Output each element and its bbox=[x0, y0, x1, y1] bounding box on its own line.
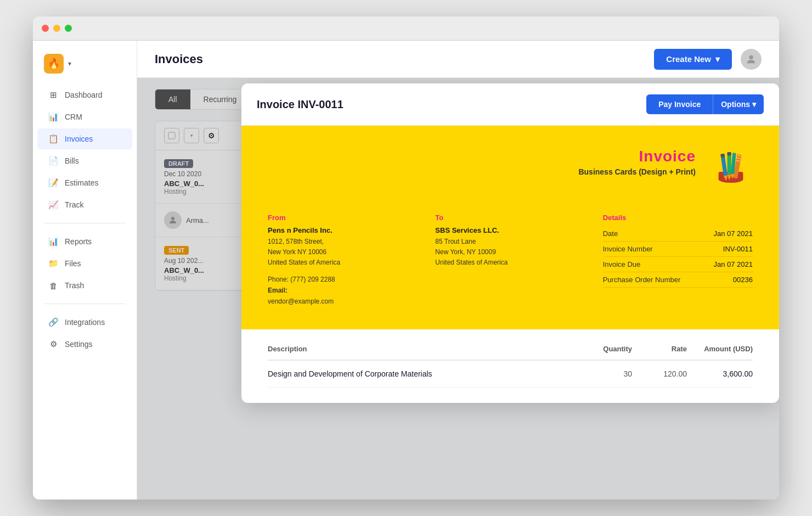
sidebar-item-trash[interactable]: 🗑 Trash bbox=[37, 275, 132, 296]
sidebar-item-label: Track bbox=[65, 200, 83, 209]
line-items-section: Description Quantity Rate Amount (USD) D… bbox=[241, 329, 779, 403]
sidebar-item-track[interactable]: 📈 Track bbox=[37, 194, 132, 215]
chevron-down-icon: ▾ bbox=[752, 100, 756, 109]
integrations-icon: 🔗 bbox=[48, 317, 58, 327]
sidebar-navigation: ⊞ Dashboard 📊 CRM 📋 Invoices 📄 Bills 📝 bbox=[33, 85, 137, 355]
sidebar-item-label: Bills bbox=[65, 156, 79, 165]
details-section: Details Date Jan 07 2021 Invoice Number bbox=[603, 214, 753, 307]
main-area: Invoices Create New ▾ All Recurring bbox=[137, 41, 779, 500]
create-new-button[interactable]: Create New ▾ bbox=[654, 49, 732, 70]
sidebar-item-label: Reports bbox=[65, 237, 92, 246]
sidebar-item-invoices[interactable]: 📋 Invoices bbox=[37, 128, 132, 149]
sidebar-item-label: Integrations bbox=[65, 318, 105, 327]
invoice-addresses: From Pens n Pencils Inc. 1012, 578th Str… bbox=[268, 214, 753, 307]
details-table: Date Jan 07 2021 Invoice Number INV-0011 bbox=[603, 226, 753, 288]
invoice-title-block: Invoice Business Cards (Design + Print) bbox=[268, 148, 696, 176]
estimates-icon: 📝 bbox=[48, 178, 58, 188]
col-description-header: Description bbox=[268, 345, 566, 353]
files-icon: 📁 bbox=[48, 259, 58, 268]
line-item-description: Design and Development of Corporate Mate… bbox=[268, 369, 566, 378]
from-company: Pens n Pencils Inc. bbox=[268, 226, 418, 234]
invoice-modal: Invoice INV-0011 Pay Invoice Options ▾ bbox=[241, 83, 779, 403]
svg-rect-14 bbox=[720, 154, 725, 158]
modal-header: Invoice INV-0011 Pay Invoice Options ▾ bbox=[241, 83, 779, 126]
from-contact: Phone: (777) 209 2288 Email: vendor@exam… bbox=[268, 274, 418, 307]
logo-chevron-icon: ▾ bbox=[68, 60, 71, 68]
sidebar-item-label: Estimates bbox=[65, 178, 98, 187]
detail-row-po-number: Purchase Order Number 00236 bbox=[603, 272, 753, 288]
main-header: Invoices Create New ▾ bbox=[137, 41, 779, 78]
modal-title: Invoice INV-0011 bbox=[257, 98, 343, 111]
detail-row-invoice-due: Invoice Due Jan 07 2021 bbox=[603, 257, 753, 272]
invoice-header-row: Invoice Business Cards (Design + Print) bbox=[268, 148, 753, 192]
reports-icon: 📊 bbox=[48, 237, 58, 246]
main-content: All Recurring ▾ ⚙ bbox=[137, 78, 779, 500]
traffic-lights bbox=[42, 25, 72, 32]
sidebar-item-label: Dashboard bbox=[65, 91, 103, 99]
app-window: 🔥 ▾ ⊞ Dashboard 📊 CRM 📋 Invoices 📄 bbox=[33, 16, 779, 500]
from-label: From bbox=[268, 214, 418, 222]
titlebar bbox=[33, 16, 779, 41]
sidebar-item-settings[interactable]: ⚙ Settings bbox=[37, 334, 132, 355]
trash-icon: 🗑 bbox=[48, 281, 58, 290]
page-title: Invoices bbox=[155, 52, 203, 66]
col-quantity-header: Quantity bbox=[566, 345, 632, 353]
sidebar-logo[interactable]: 🔥 ▾ bbox=[33, 49, 137, 85]
invoice-illustration bbox=[709, 148, 753, 192]
line-items-header: Description Quantity Rate Amount (USD) bbox=[268, 345, 753, 361]
sidebar-divider-2 bbox=[44, 304, 126, 304]
sidebar-item-label: CRM bbox=[65, 113, 82, 121]
to-section: To SBS Services LLC. 85 Trout Lane New Y… bbox=[435, 214, 585, 307]
from-section: From Pens n Pencils Inc. 1012, 578th Str… bbox=[268, 214, 418, 307]
line-item-quantity: 30 bbox=[566, 369, 632, 378]
sidebar-item-files[interactable]: 📁 Files bbox=[37, 253, 132, 274]
from-address: 1012, 578th Street, New York NY 10006 Un… bbox=[268, 237, 418, 268]
sidebar-item-bills[interactable]: 📄 Bills bbox=[37, 150, 132, 171]
dashboard-icon: ⊞ bbox=[48, 90, 58, 100]
pay-invoice-button[interactable]: Pay Invoice bbox=[646, 94, 713, 114]
sidebar-item-dashboard[interactable]: ⊞ Dashboard bbox=[37, 85, 132, 105]
details-label: Details bbox=[603, 214, 753, 222]
sidebar-item-reports[interactable]: 📊 Reports bbox=[37, 231, 132, 252]
sidebar-item-estimates[interactable]: 📝 Estimates bbox=[37, 172, 132, 193]
logo-icon: 🔥 bbox=[44, 54, 64, 74]
invoices-icon: 📋 bbox=[48, 134, 58, 144]
sidebar-item-label: Files bbox=[65, 259, 81, 268]
sidebar-item-label: Trash bbox=[65, 281, 84, 290]
user-avatar[interactable] bbox=[741, 49, 762, 70]
svg-rect-11 bbox=[728, 152, 731, 155]
close-button[interactable] bbox=[42, 25, 49, 32]
settings-icon: ⚙ bbox=[48, 339, 58, 349]
crm-icon: 📊 bbox=[48, 112, 58, 122]
invoice-word: Invoice bbox=[268, 148, 696, 165]
line-item-row: Design and Development of Corporate Mate… bbox=[268, 361, 753, 388]
maximize-button[interactable] bbox=[65, 25, 72, 32]
sidebar-item-label: Invoices bbox=[65, 134, 93, 143]
app-body: 🔥 ▾ ⊞ Dashboard 📊 CRM 📋 Invoices 📄 bbox=[33, 41, 779, 500]
detail-row-invoice-number: Invoice Number INV-0011 bbox=[603, 242, 753, 257]
minimize-button[interactable] bbox=[53, 25, 60, 32]
invoice-template: Invoice Business Cards (Design + Print) bbox=[241, 126, 779, 329]
line-item-rate: 120.00 bbox=[632, 369, 687, 378]
col-rate-header: Rate bbox=[632, 345, 687, 353]
line-item-amount: 3,600.00 bbox=[687, 369, 753, 378]
bills-icon: 📄 bbox=[48, 156, 58, 166]
detail-row-date: Date Jan 07 2021 bbox=[603, 226, 753, 242]
header-right: Create New ▾ bbox=[654, 49, 762, 70]
col-amount-header: Amount (USD) bbox=[687, 345, 753, 353]
svg-point-0 bbox=[749, 55, 753, 59]
sidebar-item-crm[interactable]: 📊 CRM bbox=[37, 106, 132, 127]
track-icon: 📈 bbox=[48, 200, 58, 210]
to-address: 85 Trout Lane New York, NY 10009 United … bbox=[435, 237, 585, 268]
sidebar-divider bbox=[44, 223, 126, 223]
modal-actions: Pay Invoice Options ▾ bbox=[646, 94, 764, 114]
sidebar: 🔥 ▾ ⊞ Dashboard 📊 CRM 📋 Invoices 📄 bbox=[33, 41, 137, 500]
sidebar-item-label: Settings bbox=[65, 340, 93, 349]
chevron-down-icon: ▾ bbox=[715, 54, 720, 64]
sidebar-item-integrations[interactable]: 🔗 Integrations bbox=[37, 312, 132, 333]
modal-overlay: Invoice INV-0011 Pay Invoice Options ▾ bbox=[137, 78, 779, 500]
invoice-subtitle: Business Cards (Design + Print) bbox=[268, 167, 696, 176]
from-email: Email: vendor@example.com bbox=[268, 285, 418, 307]
options-button[interactable]: Options ▾ bbox=[713, 94, 764, 114]
to-label: To bbox=[435, 214, 585, 222]
